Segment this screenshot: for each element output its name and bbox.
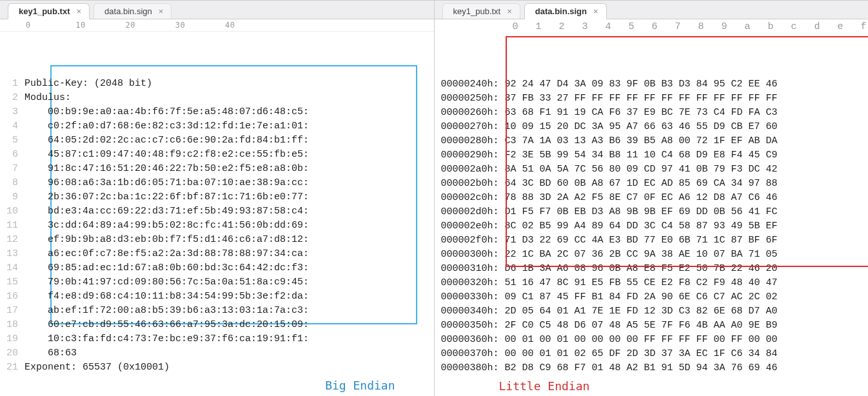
tab-bar-left: key1_pub.txt × data.bin.sign × bbox=[0, 1, 434, 19]
line-number: 13 bbox=[0, 247, 25, 261]
editor-line: 12 ef:9b:9b:a8:d3:eb:0b:f7:f5:d1:46:c6:a… bbox=[0, 233, 434, 247]
editor-line: 18 60:e7:cb:d9:55:46:63:66:a7:95:3a:dc:2… bbox=[0, 318, 434, 332]
tab-key1-pub[interactable]: key1_pub.txt × bbox=[442, 3, 520, 19]
editor-line: 2Modulus: bbox=[0, 91, 434, 105]
editor-line: 11 3c:dd:64:89:a4:99:b5:02:8c:fc:41:56:0… bbox=[0, 219, 434, 233]
line-number: 21 bbox=[0, 361, 25, 375]
editor-line: 1Public-Key: (2048 bit) bbox=[0, 77, 434, 91]
tab-label: data.bin.sign bbox=[535, 6, 587, 16]
hex-line: 00000270h: 10 09 15 20 DC 3A 95 A7 66 63… bbox=[441, 120, 869, 134]
tab-label: key1_pub.txt bbox=[19, 6, 70, 16]
editor-line: 21Exponent: 65537 (0x10001) bbox=[0, 361, 434, 375]
hex-line: 00000250h: 37 FB 33 27 FF FF FF FF FF FF… bbox=[441, 92, 869, 106]
line-number: 11 bbox=[0, 219, 25, 233]
editor-line: 19 10:c3:fa:fd:c4:73:7e:bc:e9:37:f6:ca:1… bbox=[0, 332, 434, 346]
line-text: 64:05:2d:02:2c:ac:c7:c6:6e:90:2a:fd:84:b… bbox=[25, 134, 309, 148]
hex-line: 000002e0h: 8C 02 B5 99 A4 89 64 DD 3C C4… bbox=[441, 219, 869, 233]
editor-line: 3 00:b9:9e:a0:aa:4b:f6:7f:5e:a5:48:07:d6… bbox=[0, 105, 434, 119]
hex-line: 000002c0h: 78 88 3D 2A A2 F5 8E C7 0F EC… bbox=[441, 191, 869, 205]
line-number: 1 bbox=[0, 77, 25, 91]
tab-bar-right: key1_pub.txt × data.bin.sign × bbox=[435, 1, 869, 19]
line-text: 2b:36:07:2c:ba:1c:22:6f:bf:87:1c:71:6b:e… bbox=[25, 190, 309, 204]
line-text: 79:0b:41:97:cd:09:80:56:7c:5a:0a:51:8a:c… bbox=[25, 275, 309, 290]
hex-line: 00000350h: 2F C0 C5 48 D6 07 48 A5 5E 7F… bbox=[441, 319, 869, 333]
editor-line: 20 68:63 bbox=[0, 346, 434, 361]
line-text: bd:e3:4a:cc:69:22:d3:71:ef:5b:49:93:87:5… bbox=[25, 204, 309, 219]
hex-line: 00000340h: 2D 05 64 01 A1 7E 1E FD 12 3D… bbox=[441, 304, 869, 319]
editor-line: 10 bd:e3:4a:cc:69:22:d3:71:ef:5b:49:93:8… bbox=[0, 204, 434, 219]
line-number: 3 bbox=[0, 105, 25, 119]
line-number: 16 bbox=[0, 290, 25, 304]
hex-line: 00000310h: D6 1B 3A A6 08 96 0B A8 E8 F5… bbox=[441, 262, 869, 276]
line-text: 3c:dd:64:89:a4:99:b5:02:8c:fc:41:56:0b:d… bbox=[25, 219, 309, 233]
editor-line: 16 f4:e8:d9:68:c4:10:11:b8:34:54:99:5b:3… bbox=[0, 290, 434, 304]
caption-big-endian: Big Endian bbox=[0, 375, 434, 395]
editor-line: 17 ab:ef:1f:72:00:a8:b5:39:b6:a3:13:03:1… bbox=[0, 304, 434, 318]
close-icon[interactable]: × bbox=[507, 6, 512, 16]
hex-line: 00000360h: 00 01 00 01 00 00 00 00 FF FF… bbox=[441, 333, 869, 347]
tab-key1-pub[interactable]: key1_pub.txt × bbox=[8, 3, 90, 19]
close-icon[interactable]: × bbox=[593, 6, 598, 16]
line-text: ab:ef:1f:72:00:a8:b5:39:b6:a3:13:03:1a:7… bbox=[25, 304, 309, 318]
hex-line: 00000290h: F2 3E 5B 99 54 34 B8 11 10 C4… bbox=[441, 148, 869, 163]
line-number: 6 bbox=[0, 148, 25, 162]
hex-editor-right[interactable]: 00000240h: 92 24 47 D4 3A 09 83 9F 0B B3… bbox=[435, 35, 869, 375]
line-text: c0:2f:a0:d7:68:6e:82:c3:3d:12:fd:1e:7e:a… bbox=[25, 119, 309, 134]
hex-line: 00000240h: 92 24 47 D4 3A 09 83 9F 0B B3… bbox=[441, 77, 869, 92]
hex-line: 00000370h: 00 00 01 01 02 65 DF 2D 3D 37… bbox=[441, 347, 869, 361]
close-icon[interactable]: × bbox=[159, 6, 164, 16]
text-editor-left[interactable]: 1Public-Key: (2048 bit)2Modulus:3 00:b9:… bbox=[0, 32, 434, 375]
line-number: 8 bbox=[0, 176, 25, 190]
tab-label: key1_pub.txt bbox=[453, 6, 501, 16]
line-text: 10:c3:fa:fd:c4:73:7e:bc:e9:37:f6:ca:19:9… bbox=[25, 332, 309, 346]
hex-column-header: 0 1 2 3 4 5 6 7 8 9 a b c d e f bbox=[435, 19, 869, 35]
tab-data-bin-sign[interactable]: data.bin.sign × bbox=[524, 3, 607, 19]
line-number: 12 bbox=[0, 233, 25, 247]
hex-line: 00000260h: 63 68 F1 91 19 CA F6 37 E9 BC… bbox=[441, 106, 869, 120]
tab-label: data.bin.sign bbox=[104, 6, 152, 16]
line-text: 96:08:a6:3a:1b:d6:05:71:ba:07:10:ae:38:9… bbox=[25, 176, 309, 190]
line-text: 45:87:c1:09:47:40:48:f9:c2:f8:e2:ce:55:f… bbox=[25, 148, 309, 162]
close-icon[interactable]: × bbox=[76, 6, 81, 16]
hex-line: 00000330h: 09 C1 87 45 FF B1 84 FD 2A 90… bbox=[441, 290, 869, 304]
line-number: 20 bbox=[0, 346, 25, 361]
editor-line: 9 2b:36:07:2c:ba:1c:22:6f:bf:87:1c:71:6b… bbox=[0, 190, 434, 204]
line-number: 4 bbox=[0, 119, 25, 134]
line-text: a6:ec:0f:c7:8e:f5:a2:2a:3d:88:78:88:97:3… bbox=[25, 247, 309, 261]
editor-line: 13 a6:ec:0f:c7:8e:f5:a2:2a:3d:88:78:88:9… bbox=[0, 247, 434, 261]
line-number: 15 bbox=[0, 275, 25, 290]
line-text: f4:e8:d9:68:c4:10:11:b8:34:54:99:5b:3e:f… bbox=[25, 290, 309, 304]
hex-line: 000002f0h: 71 D3 22 69 CC 4A E3 BD 77 E0… bbox=[441, 233, 869, 248]
line-number: 18 bbox=[0, 318, 25, 332]
caption-little-endian: Little Endian bbox=[435, 375, 869, 395]
editor-line: 4 c0:2f:a0:d7:68:6e:82:c3:3d:12:fd:1e:7e… bbox=[0, 119, 434, 134]
hex-line: 00000380h: B2 D8 C9 68 F7 01 48 A2 B1 91… bbox=[441, 361, 869, 375]
hex-line: 000002a0h: 8A 51 0A 5A 7C 56 80 09 CD 97… bbox=[441, 163, 869, 177]
line-text: 69:85:ad:ec:1d:67:a8:0b:60:bd:3c:64:42:d… bbox=[25, 261, 309, 275]
line-number: 7 bbox=[0, 162, 25, 176]
hex-line: 000002d0h: D1 F5 F7 0B EB D3 A8 9B 9B EF… bbox=[441, 205, 869, 219]
hex-line: 000002b0h: 64 3C BD 60 0B A8 67 1D EC AD… bbox=[441, 177, 869, 191]
line-number: 2 bbox=[0, 91, 25, 105]
editor-line: 7 91:8c:47:16:51:20:46:22:7b:50:e2:f5:e8… bbox=[0, 162, 434, 176]
hex-line: 00000300h: 22 1C BA 2C 07 36 2B CC 9A 38… bbox=[441, 248, 869, 262]
hex-line: 00000320h: 51 16 47 8C 91 E5 FB 55 CE E2… bbox=[441, 276, 869, 290]
editor-line: 8 96:08:a6:3a:1b:d6:05:71:ba:07:10:ae:38… bbox=[0, 176, 434, 190]
editor-line: 14 69:85:ad:ec:1d:67:a8:0b:60:bd:3c:64:4… bbox=[0, 261, 434, 275]
line-number: 9 bbox=[0, 190, 25, 204]
line-text: Exponent: 65537 (0x10001) bbox=[25, 361, 170, 375]
ruler-left: 0 10 20 30 40 bbox=[0, 19, 434, 32]
line-number: 14 bbox=[0, 261, 25, 275]
line-text: 91:8c:47:16:51:20:46:22:7b:50:e2:f5:e8:a… bbox=[25, 162, 309, 176]
line-number: 10 bbox=[0, 204, 25, 219]
hex-line: 00000280h: C3 7A 1A 03 13 A3 B6 39 B5 A8… bbox=[441, 134, 869, 148]
line-text: Modulus: bbox=[25, 91, 71, 105]
editor-line: 15 79:0b:41:97:cd:09:80:56:7c:5a:0a:51:8… bbox=[0, 275, 434, 290]
line-number: 19 bbox=[0, 332, 25, 346]
line-number: 5 bbox=[0, 134, 25, 148]
right-pane: key1_pub.txt × data.bin.sign × 0 1 2 3 4… bbox=[434, 0, 869, 396]
line-text: Public-Key: (2048 bit) bbox=[25, 77, 152, 91]
line-number: 17 bbox=[0, 304, 25, 318]
line-text: 68:63 bbox=[25, 346, 77, 361]
tab-data-bin-sign[interactable]: data.bin.sign × bbox=[94, 3, 172, 19]
